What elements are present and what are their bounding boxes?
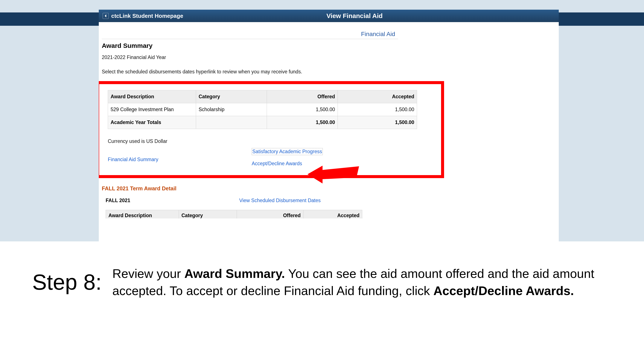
table-header-row: Award Description Category Offered Accep… — [106, 210, 362, 219]
col-category: Category — [196, 90, 267, 103]
step-instruction-text: Review your Award Summary. You can see t… — [112, 265, 614, 299]
col-category: Category — [179, 210, 237, 219]
view-scheduled-disbursement-dates-link[interactable]: View Scheduled Disbursement Dates — [239, 198, 320, 203]
financial-aid-link-row: Financial Aid — [102, 22, 398, 39]
aid-year-label: 2021-2022 Financial Aid Year — [102, 54, 556, 60]
cell-offered: 1,500.00 — [267, 103, 338, 116]
highlight-callout: Award Description Category Offered Accep… — [99, 81, 444, 178]
app-window: ctcLink Student Homepage View Financial … — [99, 10, 559, 241]
content-area: Financial Aid Award Summary 2021-2022 Fi… — [99, 22, 559, 218]
totals-label: Academic Year Totals — [108, 116, 196, 129]
financial-aid-link[interactable]: Financial Aid — [361, 31, 395, 37]
financial-aid-summary-link[interactable]: Financial Aid Summary — [108, 157, 158, 162]
award-summary-table: Award Description Category Offered Accep… — [108, 90, 417, 129]
section-title: Award Summary — [102, 42, 556, 49]
page-title: View Financial Aid — [326, 12, 383, 19]
term-row: FALL 2021 View Scheduled Disbursement Da… — [102, 198, 556, 203]
totals-offered: 1,500.00 — [267, 116, 338, 129]
table-row: 529 College Investment Plan Scholarship … — [108, 103, 417, 116]
step-number: Step 8: — [32, 270, 102, 295]
screenshot-region: ctcLink Student Homepage View Financial … — [0, 0, 644, 241]
accept-decline-awards-link[interactable]: Accept/Decline Awards — [252, 161, 302, 167]
text-bold: Accept/Decline Awards. — [433, 284, 574, 298]
back-button-label: ctcLink Student Homepage — [111, 13, 183, 19]
text-segment: Review your — [112, 267, 184, 281]
text-bold: Award Summary. — [184, 267, 285, 281]
totals-accepted: 1,500.00 — [338, 116, 417, 129]
svg-marker-0 — [308, 166, 359, 183]
back-button[interactable]: ctcLink Student Homepage — [99, 13, 183, 19]
col-accepted: Accepted — [338, 90, 417, 103]
tutorial-step: Step 8: Review your Award Summary. You c… — [0, 241, 644, 312]
cell-desc: 529 College Investment Plan — [108, 103, 196, 116]
term-label: FALL 2021 — [102, 198, 239, 203]
col-offered: Offered — [237, 210, 304, 219]
app-header: ctcLink Student Homepage View Financial … — [99, 10, 559, 22]
col-award-description: Award Description — [108, 90, 196, 103]
table-header-row: Award Description Category Offered Accep… — [108, 90, 417, 103]
satisfactory-academic-progress-link[interactable]: Satisfactory Academic Progress — [252, 148, 323, 155]
table-totals-row: Academic Year Totals 1,500.00 1,500.00 — [108, 116, 417, 129]
term-detail-table: Award Description Category Offered Accep… — [106, 210, 362, 218]
col-accepted: Accepted — [304, 210, 362, 219]
cell-accepted: 1,500.00 — [338, 103, 417, 116]
links-row: Financial Aid Summary Satisfactory Acade… — [108, 148, 436, 167]
cell-category: Scholarship — [196, 103, 267, 116]
col-award-description: Award Description — [106, 210, 179, 219]
chevron-left-icon — [103, 13, 109, 19]
term-award-detail-heading: FALL 2021 Term Award Detail — [102, 185, 556, 192]
currency-note: Currency used is US Dollar — [108, 138, 436, 144]
totals-empty — [196, 116, 267, 129]
col-offered: Offered — [267, 90, 338, 103]
instruction-text: Select the scheduled disbursements dates… — [102, 69, 556, 75]
